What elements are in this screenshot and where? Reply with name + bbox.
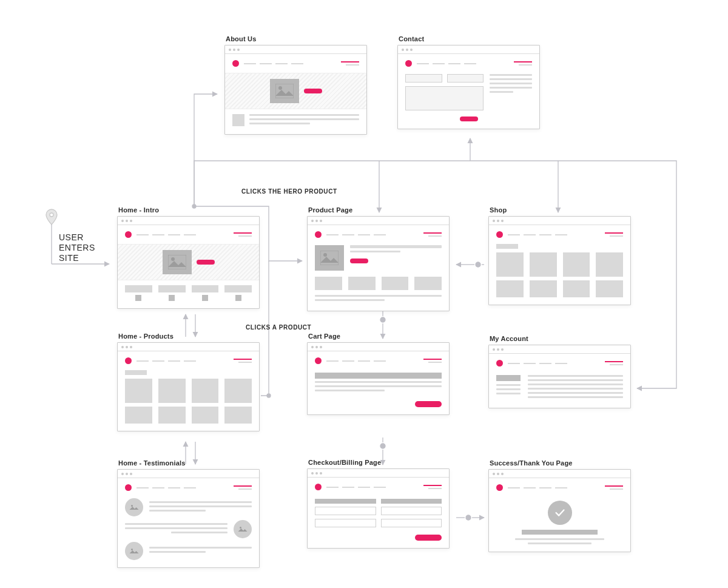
card-product-page: Product Page <box>307 206 450 311</box>
card-cart-page: Cart Page <box>307 333 450 415</box>
card-title: About Us <box>224 35 367 42</box>
svg-rect-24 <box>275 84 294 98</box>
avatar-placeholder-icon <box>125 542 143 560</box>
svg-point-7 <box>267 394 271 397</box>
window-chrome <box>398 46 539 54</box>
avatar-placeholder-icon <box>125 498 143 516</box>
flow-label-product-click: CLICKS A PRODUCT <box>246 324 311 331</box>
submit-button <box>460 117 478 121</box>
svg-point-25 <box>278 86 282 90</box>
card-home-products: Home - Products <box>117 333 260 431</box>
card-home-intro: Home - Intro <box>117 206 260 309</box>
svg-rect-26 <box>168 255 186 269</box>
place-order-button <box>415 535 442 541</box>
svg-point-32 <box>131 549 133 550</box>
window-chrome <box>225 46 366 54</box>
image-placeholder-icon <box>315 245 344 271</box>
hero-cta-button <box>304 89 322 93</box>
image-placeholder-icon <box>163 250 192 274</box>
card-title: Cart Page <box>307 333 450 340</box>
card-title: Success/Thank You Page <box>488 459 631 467</box>
card-home-testimonials: Home - Testimonials <box>117 459 260 568</box>
svg-point-12 <box>380 317 385 322</box>
card-about-us: About Us <box>224 35 367 135</box>
hero-cta-button <box>197 260 215 265</box>
svg-point-29 <box>323 253 327 257</box>
nav-placeholder <box>244 63 336 64</box>
brand-dot <box>125 231 132 238</box>
svg-point-21 <box>466 515 471 520</box>
flow-label-hero-click: CLICKS THE HERO PRODUCT <box>241 188 337 195</box>
brand-dot <box>232 60 239 67</box>
svg-point-0 <box>50 213 53 217</box>
svg-point-18 <box>476 262 480 267</box>
card-title: Home - Products <box>117 333 260 340</box>
card-title: My Account <box>488 335 631 342</box>
success-check-icon <box>548 501 572 525</box>
card-title: Home - Intro <box>117 206 260 214</box>
add-to-cart-button <box>350 259 368 263</box>
svg-point-27 <box>171 257 175 261</box>
header-cta <box>341 61 359 63</box>
brand-dot <box>405 60 412 67</box>
entry-label: USER ENTERS SITE <box>59 232 95 263</box>
avatar-placeholder-icon <box>234 520 252 538</box>
svg-point-15 <box>380 444 385 448</box>
image-placeholder-icon <box>270 79 299 103</box>
checkout-button <box>415 401 442 407</box>
card-success: Success/Thank You Page <box>488 459 631 552</box>
card-title: Shop <box>488 206 631 214</box>
card-title: Home - Testimonials <box>117 459 260 467</box>
card-my-account: My Account <box>488 335 631 408</box>
svg-point-30 <box>131 505 133 507</box>
card-title: Checkout/Billing Page <box>307 459 450 466</box>
card-title: Contact <box>397 35 540 42</box>
svg-point-31 <box>240 527 241 529</box>
card-shop: Shop <box>488 206 631 305</box>
card-contact: Contact <box>397 35 540 129</box>
card-checkout: Checkout/Billing Page <box>307 459 450 549</box>
card-title: Product Page <box>307 206 450 214</box>
svg-rect-28 <box>320 251 339 265</box>
